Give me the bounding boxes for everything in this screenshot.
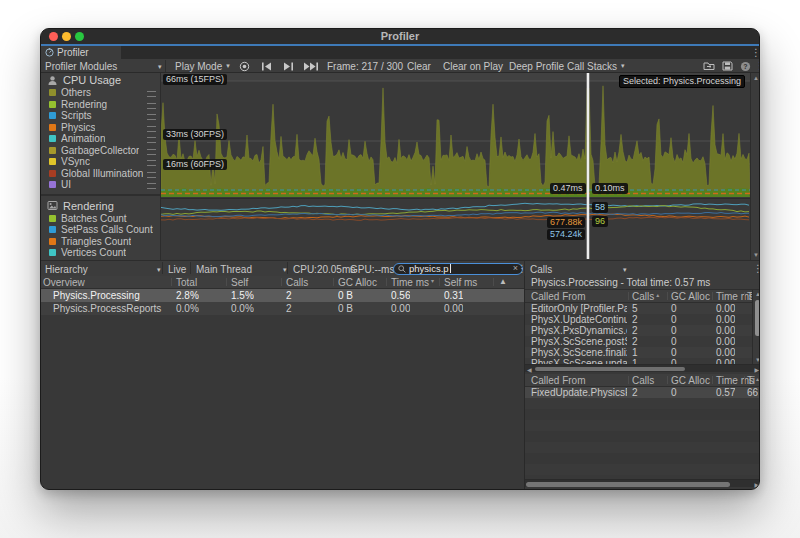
column-separator[interactable] [493, 278, 494, 286]
table-row[interactable]: EditorOnly [Profiler.ParseT500.00 [525, 303, 760, 314]
column-header-gc-alloc[interactable]: GC Alloc [338, 277, 377, 288]
legend-item-garbagecollector[interactable]: GarbageCollector [41, 145, 160, 157]
column-separator[interactable] [667, 292, 668, 300]
clear-button[interactable]: Clear [407, 59, 431, 73]
scroll-left-icon[interactable]: ◀ [527, 366, 532, 373]
column-separator[interactable] [712, 292, 713, 300]
table-row[interactable]: PhysX.ScScene.postSolve200.00 [525, 336, 760, 347]
scrollbar-thumb[interactable] [526, 482, 730, 487]
scroll-up-icon[interactable]: ▲ [753, 75, 759, 81]
table-row-physics.processing[interactable]: Physics.Processing2.8%1.5%20 B0.560.31 [41, 289, 524, 302]
deep-profile-button[interactable]: Deep Profile [509, 59, 564, 73]
call-stacks-dropdown[interactable]: Call Stacks▾ [567, 59, 625, 73]
table-row[interactable]: PhysX.UpdateContinuatio200.00 [525, 314, 760, 325]
callees-horizontal-scrollbar[interactable]: ▶ [525, 479, 760, 487]
table-row[interactable]: PhysX.ScScene.finalizatic100.00 [525, 347, 760, 358]
column-separator[interactable] [333, 278, 334, 286]
last-frame-button[interactable] [303, 59, 319, 73]
column-header-gc-alloc[interactable]: GC Alloc [671, 375, 710, 386]
column-header-ti[interactable]: Ti [747, 375, 755, 386]
column-separator[interactable] [628, 292, 629, 300]
thread-dropdown[interactable]: Main Thread [196, 262, 252, 276]
drag-handle-icon[interactable] [147, 114, 156, 120]
search-input[interactable]: physics.p × [393, 263, 523, 275]
column-separator[interactable] [171, 278, 172, 286]
column-separator[interactable] [744, 376, 745, 384]
tab-menu-kebab-icon[interactable]: ⋮ [751, 46, 760, 60]
pane-mode-dropdown[interactable]: Calls [530, 262, 552, 276]
column-header-gc-alloc[interactable]: GC Alloc [671, 291, 710, 302]
prev-frame-button[interactable] [261, 59, 272, 73]
drag-handle-icon[interactable] [147, 91, 156, 97]
column-header-overview[interactable]: Overview [43, 277, 85, 288]
legend-item-setpass-calls-count[interactable]: SetPass Calls Count [41, 224, 160, 236]
called-from-table-header[interactable]: Called FromCallsGC AllocTime ms▴Ti [525, 374, 760, 387]
column-separator[interactable] [439, 278, 440, 286]
legend-item-vsync[interactable]: VSync [41, 156, 160, 168]
table-row[interactable]: FixedUpdate.PhysicsFixec200.5766 [525, 387, 760, 398]
live-toggle[interactable]: Live [168, 262, 186, 276]
column-separator[interactable] [226, 278, 227, 286]
legend-item-physics[interactable]: Physics [41, 122, 160, 134]
column-header-calls[interactable]: Calls▴ [632, 291, 659, 302]
scrollbar-thumb[interactable] [755, 300, 760, 336]
legend-item-animation[interactable]: Animation [41, 133, 160, 145]
column-header-calls[interactable]: Calls [632, 375, 654, 386]
load-profile-button[interactable] [703, 59, 715, 73]
save-profile-button[interactable] [722, 59, 733, 73]
column-header-time-ms[interactable]: Time ms▾ [391, 277, 434, 288]
charts-scrollbar[interactable]: ▲ ▼ [750, 73, 760, 260]
column-header-self[interactable]: Self [231, 277, 248, 288]
legend-item-ui[interactable]: UI [41, 179, 160, 191]
column-separator[interactable] [712, 376, 713, 384]
module-header-rendering[interactable]: Rendering [41, 199, 160, 213]
scroll-right-icon[interactable]: ▶ [754, 481, 759, 488]
scroll-down-icon[interactable]: ▼ [755, 357, 760, 363]
clear-on-play-button[interactable]: Clear on Play [443, 59, 503, 73]
record-button[interactable] [239, 59, 250, 73]
column-separator[interactable] [628, 376, 629, 384]
legend-item-rendering[interactable]: Rendering [41, 99, 160, 111]
called-from-table-header[interactable]: Called FromCalls▴GC AllocTime msTi [525, 290, 760, 303]
column-separator[interactable] [281, 278, 282, 286]
column-separator[interactable] [667, 376, 668, 384]
selected-frame-line[interactable] [587, 73, 589, 259]
drag-handle-icon[interactable] [147, 137, 156, 143]
column-separator[interactable] [386, 278, 387, 286]
next-frame-button[interactable] [283, 59, 294, 73]
tab-profiler[interactable]: Profiler [41, 46, 121, 59]
drag-handle-icon[interactable] [147, 183, 156, 189]
module-header-cpu-usage[interactable]: CPU Usage [41, 73, 160, 87]
legend-item-batches-count[interactable]: Batches Count [41, 213, 160, 225]
play-mode-dropdown[interactable]: Play Mode▾ [175, 59, 230, 73]
legend-item-global-illumination[interactable]: Global Illumination [41, 168, 160, 180]
legend-item-triangles-count[interactable]: Triangles Count [41, 236, 160, 248]
drag-handle-icon[interactable] [147, 172, 156, 178]
legend-item-others[interactable]: Others [41, 87, 160, 99]
details-view-dropdown[interactable]: Hierarchy [45, 262, 88, 276]
column-separator[interactable] [744, 292, 745, 300]
rendering-chart[interactable] [161, 198, 750, 259]
legend-item-scripts[interactable]: Scripts [41, 110, 160, 122]
table-row[interactable]: PhysX.PxsDynamics.creat200.00 [525, 325, 760, 336]
callers-horizontal-scrollbar[interactable]: ◀▶ [525, 364, 760, 372]
profiler-modules-dropdown[interactable]: Profiler Modules [45, 59, 117, 73]
column-header-calls[interactable]: Calls [286, 277, 308, 288]
scrollbar-thumb[interactable] [535, 367, 685, 371]
column-header-called-from[interactable]: Called From [531, 291, 585, 302]
help-button[interactable]: ? [740, 59, 751, 73]
scroll-right-icon[interactable]: ▶ [754, 366, 759, 373]
scroll-up-icon[interactable]: ▲ [755, 291, 760, 297]
callers-vertical-scrollbar[interactable]: ▲▼ [752, 290, 760, 364]
hierarchy-table-header[interactable]: OverviewTotalSelfCallsGC AllocTime ms▾Se… [41, 276, 524, 289]
drag-handle-icon[interactable] [147, 149, 156, 155]
cpu-usage-chart[interactable] [161, 73, 750, 197]
legend-item-vertices-count[interactable]: Vertices Count [41, 247, 160, 259]
drag-handle-icon[interactable] [147, 160, 156, 166]
column-header-total[interactable]: Total [176, 277, 197, 288]
pane-menu-kebab-icon[interactable]: ⋮ [753, 262, 760, 276]
toolbar-menu-kebab-icon[interactable]: ⋮ [755, 59, 760, 73]
column-header-called-from[interactable]: Called From [531, 375, 585, 386]
drag-handle-icon[interactable] [147, 126, 156, 132]
table-row-physics.processreports[interactable]: Physics.ProcessReports0.0%0.0%20 B0.000.… [41, 302, 524, 315]
